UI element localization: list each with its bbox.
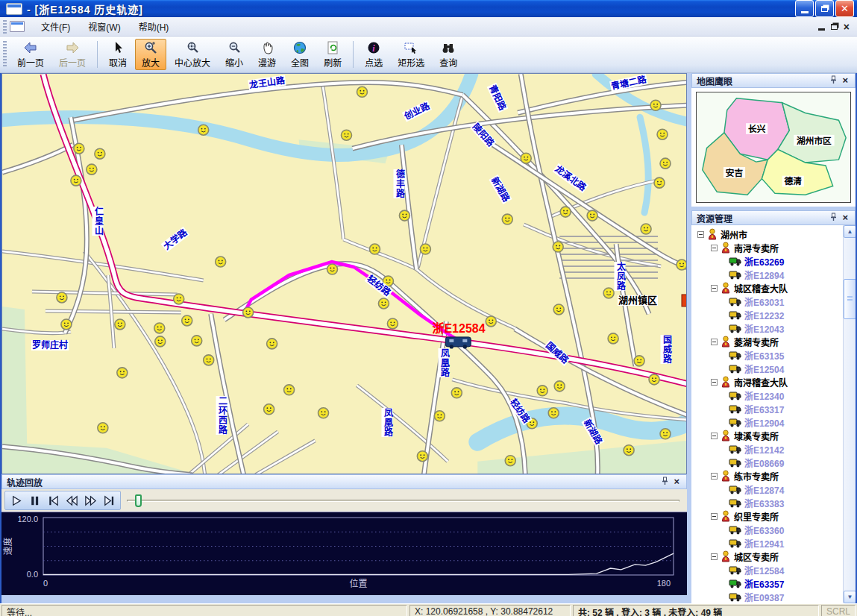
vehicle-marker[interactable] [486,316,496,327]
vehicle-marker[interactable] [154,323,165,333]
vehicle-marker[interactable] [657,129,668,139]
tree-vehicle-label[interactable]: 浙E12232 [744,309,784,321]
vehicle-marker[interactable] [87,164,97,175]
vehicle-marker[interactable] [216,257,226,267]
tree-scrollbar[interactable]: ▲ ▼ [843,225,856,603]
vehicle-marker[interactable] [587,210,597,221]
vehicle-marker[interactable] [624,445,634,456]
playback-step-first-button[interactable] [44,492,63,509]
tree-expander-icon[interactable] [711,473,718,480]
vehicle-marker[interactable] [284,385,295,395]
tree-vehicle-label[interactable]: 浙E63135 [744,349,784,362]
tree-vehicle-label[interactable]: 浙E12043 [744,322,784,335]
vehicle-marker[interactable] [174,294,184,304]
vehicle-marker[interactable] [198,125,209,135]
tree-vehicle-label[interactable]: 浙E63317 [744,403,784,415]
vehicle-marker[interactable] [660,158,671,169]
tree-expander-icon[interactable] [711,433,718,439]
toolbar-grip[interactable] [3,41,7,68]
vehicle-marker[interactable] [641,224,651,234]
toolbar-button-cursor[interactable]: 取消 [102,39,134,70]
vehicle-marker[interactable] [434,411,445,421]
vehicle-marker[interactable] [115,319,125,330]
tree-vehicle-label[interactable]: 浙E63383 [744,497,784,509]
close-icon[interactable]: × [840,76,850,85]
vehicle-marker[interactable] [327,264,338,274]
vehicle-marker[interactable] [560,207,571,217]
vehicle-marker[interactable] [554,381,565,392]
playback-play-button[interactable] [7,492,25,509]
scrollbar-thumb[interactable] [844,279,856,319]
slider-thumb[interactable] [135,494,142,507]
vehicle-marker[interactable] [649,374,659,385]
toolbar-button-rect-select[interactable]: 矩形选 [391,39,431,70]
eagle-eye-map[interactable]: 长兴湖州市区安吉德清 [696,92,851,203]
vehicle-marker[interactable] [243,307,254,318]
tree-vehicle-label[interactable]: 浙E12584 [744,564,784,576]
vehicle-marker[interactable] [61,319,72,330]
vehicle-marker[interactable] [98,423,108,433]
mdi-child-icon[interactable] [10,21,25,32]
tree-group-label[interactable]: 练市专卖所 [734,470,779,483]
tree-group-label[interactable]: 菱湖专卖所 [734,336,779,348]
vehicle-marker[interactable] [505,456,515,466]
vehicle-marker[interactable] [502,214,512,224]
playback-slider[interactable] [124,491,681,510]
close-button[interactable]: ✕ [835,0,854,17]
tree-group-label[interactable]: 南浔专卖所 [734,242,779,254]
tree-vehicle-label[interactable]: 浙E09387 [744,591,784,603]
vehicle-marker[interactable] [387,318,398,329]
vehicle-marker[interactable] [417,451,427,462]
tracked-vehicle-icon[interactable] [445,337,471,349]
toolbar-button-hand[interactable]: 漫游 [251,39,283,70]
tree-group-label[interactable]: 城区稽查大队 [734,282,788,295]
vehicle-marker[interactable] [553,242,563,252]
tree-expander-icon[interactable] [711,553,718,560]
vehicle-marker[interactable] [267,339,277,349]
vehicle-marker[interactable] [521,153,531,163]
restore-button[interactable] [815,0,834,17]
vehicle-marker[interactable] [548,408,559,418]
vehicle-marker[interactable] [420,244,430,254]
minimize-button[interactable] [795,0,814,17]
vehicle-marker[interactable] [608,333,618,344]
tree-group-label[interactable]: 城区专卖所 [734,550,779,563]
tree-expander-icon[interactable] [697,231,704,238]
toolbar-button-zoom-out[interactable]: 缩小 [219,39,250,70]
menubar-grip[interactable] [3,20,7,34]
pin-icon[interactable] [827,75,840,86]
tree-expander-icon[interactable] [711,285,718,292]
vehicle-marker[interactable] [117,368,128,378]
vehicle-marker[interactable] [553,304,564,315]
pin-icon[interactable] [827,213,840,223]
close-icon[interactable]: × [840,213,850,222]
menu-file[interactable]: 文件(F) [32,17,79,36]
toolbar-button-binoculars[interactable]: 查询 [433,39,464,70]
tree-vehicle-label[interactable]: 浙E12941 [744,537,784,550]
vehicle-marker[interactable] [192,336,202,346]
tree-expander-icon[interactable] [711,245,718,251]
vehicle-marker[interactable] [660,429,671,439]
toolbar-button-arrow-left[interactable]: 前一页 [10,39,51,70]
tree-vehicle-label[interactable]: 浙E12142 [744,443,784,456]
scroll-down-icon[interactable]: ▼ [844,591,856,603]
toolbar-button-zoom-in[interactable]: 放大 [135,39,166,70]
tree-vehicle-label[interactable]: 浙E12904 [744,416,784,429]
vehicle-marker[interactable] [318,408,329,418]
vehicle-marker[interactable] [677,260,687,270]
toolbar-button-info[interactable]: i点选 [358,39,389,70]
playback-rewind-button[interactable] [63,492,81,509]
vehicle-marker[interactable] [155,336,166,347]
tree-root-label[interactable]: 湖州市 [721,228,747,241]
vehicle-marker[interactable] [342,130,352,140]
vehicle-marker[interactable] [603,288,614,298]
playback-pause-button[interactable] [25,492,44,509]
vehicle-marker[interactable] [204,355,214,365]
mdi-restore-icon[interactable] [831,24,838,30]
vehicle-marker[interactable] [399,210,409,221]
toolbar-button-globe[interactable]: 全图 [284,39,316,70]
tree-expander-icon[interactable] [711,339,718,345]
tree-group-label[interactable]: 南浔稽查大队 [734,376,788,389]
vehicle-marker[interactable] [451,388,462,398]
vehicle-marker[interactable] [264,404,274,415]
